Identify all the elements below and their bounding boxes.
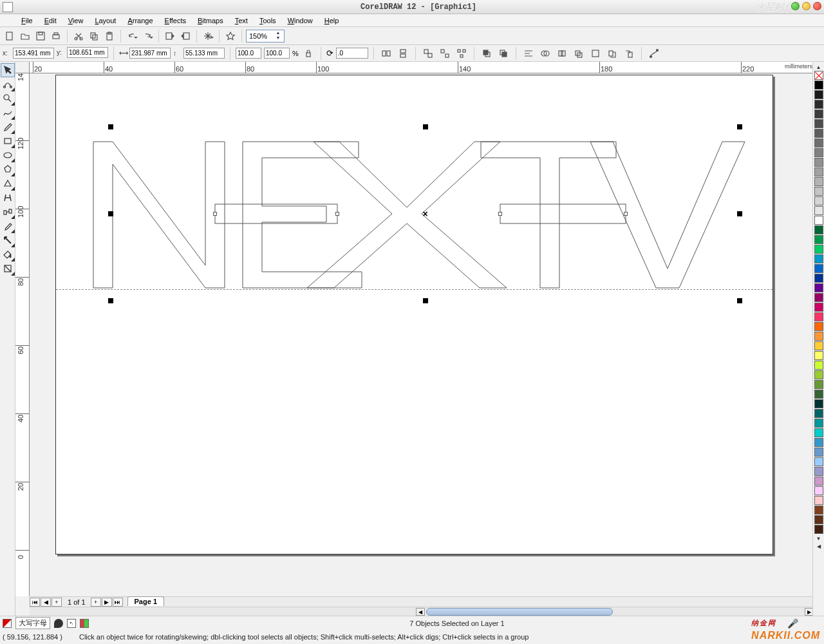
ungroup-button[interactable]: [438, 46, 452, 61]
artwork-text-outlines[interactable]: [56, 75, 774, 555]
palette-scroll-down[interactable]: ▼: [814, 535, 823, 542]
close-button[interactable]: [813, 2, 821, 10]
color-swatch[interactable]: [814, 399, 823, 408]
color-swatch[interactable]: [814, 283, 823, 292]
color-swatch[interactable]: [814, 264, 823, 273]
page-tab[interactable]: Page 1: [127, 596, 164, 606]
page-first-button[interactable]: ⏮: [30, 598, 40, 607]
convert-to-curves-button[interactable]: [647, 46, 661, 61]
color-swatch[interactable]: [814, 496, 823, 505]
color-swatch[interactable]: [814, 90, 823, 99]
page-last-button[interactable]: ⏭: [113, 598, 123, 607]
text-tool[interactable]: [1, 191, 15, 205]
color-swatch[interactable]: [814, 119, 823, 128]
color-swatch[interactable]: [814, 477, 823, 486]
color-swatch[interactable]: [814, 428, 823, 437]
corel-online-button[interactable]: [223, 29, 238, 43]
color-swatch[interactable]: [814, 457, 823, 466]
x-input[interactable]: 153.491 mm: [13, 48, 54, 59]
no-fill-swatch[interactable]: [814, 71, 823, 80]
scale-x-input[interactable]: 100.0: [236, 48, 261, 59]
to-front-button[interactable]: [480, 46, 494, 61]
outline-tool[interactable]: [1, 233, 15, 247]
scroll-left-button[interactable]: ◀: [416, 608, 425, 616]
ime-punct-icon[interactable]: •,: [67, 619, 76, 628]
color-swatch[interactable]: [814, 409, 823, 418]
color-swatch[interactable]: [814, 322, 823, 331]
menu-arrange[interactable]: Arrange: [122, 15, 158, 26]
color-swatch[interactable]: [814, 361, 823, 370]
node-handle[interactable]: [213, 212, 217, 216]
page-prev-button[interactable]: ◀: [41, 598, 51, 607]
page-add-after-button[interactable]: +: [91, 598, 101, 607]
menu-help[interactable]: Help: [319, 15, 345, 26]
align-button[interactable]: [521, 46, 536, 61]
menu-effects[interactable]: Effects: [159, 15, 192, 26]
height-input[interactable]: 55.133 mm: [183, 48, 225, 59]
menu-file[interactable]: File: [15, 15, 39, 26]
color-swatch[interactable]: [814, 206, 823, 215]
mirror-v-button[interactable]: [396, 46, 410, 61]
color-swatch[interactable]: [814, 506, 823, 515]
selection-handle[interactable]: [737, 298, 742, 303]
system-menu-icon[interactable]: [3, 2, 13, 12]
node-handle[interactable]: [335, 212, 339, 216]
menu-bitmaps[interactable]: Bitmaps: [192, 15, 229, 26]
color-swatch[interactable]: [814, 341, 823, 350]
hscroll-thumb[interactable]: [426, 608, 613, 616]
node-handle[interactable]: [624, 212, 628, 216]
copy-button[interactable]: [87, 29, 101, 43]
menu-edit[interactable]: Edit: [39, 15, 62, 26]
fill-indicator-icon[interactable]: [3, 619, 12, 628]
freehand-tool[interactable]: [1, 106, 15, 120]
color-swatch[interactable]: [814, 196, 823, 205]
doc-control-icon[interactable]: [3, 16, 12, 25]
front-minus-back-button[interactable]: [605, 46, 619, 61]
color-swatch[interactable]: [814, 129, 823, 138]
selection-handle[interactable]: [108, 124, 113, 129]
smart-drawing-tool[interactable]: [1, 120, 15, 134]
color-swatch[interactable]: [814, 303, 823, 312]
color-swatch[interactable]: [814, 486, 823, 495]
color-swatch[interactable]: [814, 235, 823, 244]
drawing-canvas[interactable]: ×: [30, 73, 814, 596]
interactive-fill-tool[interactable]: [1, 261, 15, 276]
pick-tool[interactable]: [1, 63, 15, 77]
import-button[interactable]: [163, 29, 177, 43]
polygon-tool[interactable]: [1, 162, 15, 176]
color-swatch[interactable]: [814, 448, 823, 457]
trim-button[interactable]: [555, 46, 569, 61]
color-swatch[interactable]: [814, 177, 823, 186]
color-swatch[interactable]: [814, 467, 823, 476]
color-swatch[interactable]: [814, 370, 823, 379]
maximize-button[interactable]: [802, 2, 810, 10]
color-swatch[interactable]: [814, 109, 823, 118]
page-next-button[interactable]: ▶: [102, 598, 112, 607]
color-swatch[interactable]: [814, 293, 823, 302]
zoom-tool[interactable]: [1, 91, 15, 106]
new-button[interactable]: [3, 29, 17, 43]
color-swatch[interactable]: [814, 438, 823, 447]
color-swatch[interactable]: [814, 390, 823, 399]
ime-mode-icon[interactable]: [54, 619, 63, 628]
color-swatch[interactable]: [814, 138, 823, 147]
interactive-blend-tool[interactable]: [1, 205, 15, 219]
zoom-down[interactable]: ▼: [275, 36, 281, 41]
open-button[interactable]: [18, 29, 32, 43]
color-swatch[interactable]: [814, 419, 823, 428]
shape-tool[interactable]: [1, 77, 15, 91]
ruler-origin[interactable]: [15, 62, 30, 73]
app-launcher-button[interactable]: [201, 29, 215, 43]
vertical-ruler[interactable]: millimeters 020406080100120140: [15, 73, 30, 596]
color-swatch[interactable]: [814, 351, 823, 360]
selection-handle[interactable]: [423, 124, 428, 129]
selection-handle[interactable]: [737, 124, 742, 129]
selection-handle[interactable]: [423, 298, 428, 303]
drawing-page[interactable]: ×: [55, 75, 773, 554]
fill-tool[interactable]: [1, 247, 15, 261]
color-swatch[interactable]: [814, 167, 823, 176]
color-swatch[interactable]: [814, 158, 823, 167]
color-swatch[interactable]: [814, 80, 823, 90]
lock-ratio-button[interactable]: [301, 46, 315, 61]
color-swatch[interactable]: [814, 380, 823, 389]
